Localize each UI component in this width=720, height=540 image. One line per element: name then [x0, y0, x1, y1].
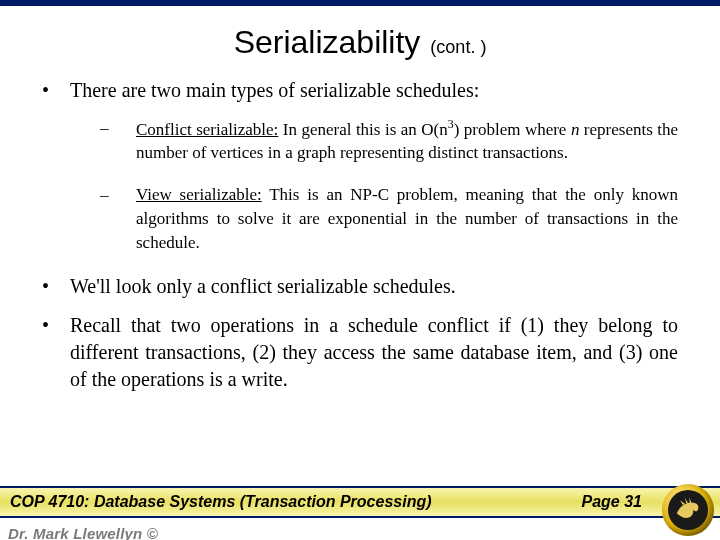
ucf-pegasus-logo — [662, 484, 714, 536]
bullet-item: • There are two main types of serializab… — [42, 77, 678, 104]
bullet-item: • We'll look only a conflict serializabl… — [42, 273, 678, 300]
slide-footer: COP 4710: Database Systems (Transaction … — [0, 484, 720, 540]
title-cont: (cont. ) — [430, 37, 486, 57]
sub-bullet-item: – View serializable: This is an NP-C pro… — [96, 183, 678, 254]
bullet-glyph: • — [42, 77, 70, 104]
footer-band: COP 4710: Database Systems (Transaction … — [0, 486, 720, 518]
sub-bullet-item: – Conflict serializable: In general this… — [96, 116, 678, 165]
footer-author: Dr. Mark Llewellyn © — [8, 525, 158, 540]
sub-bullet-text: Conflict serializable: In general this i… — [136, 116, 678, 165]
bullet-text: We'll look only a conflict serializable … — [70, 273, 678, 300]
term-conflict-serializable: Conflict serializable: — [136, 120, 278, 139]
title-main: Serializability — [234, 24, 421, 60]
slide: Serializability (cont. ) • There are two… — [0, 0, 720, 540]
bullet-text: There are two main types of serializable… — [70, 77, 678, 104]
footer-course: COP 4710: Database Systems (Transaction … — [10, 493, 582, 511]
bullet-glyph: • — [42, 312, 70, 393]
term-view-serializable: View serializable: — [136, 185, 262, 204]
text-fragment: In general this is an O(n — [278, 120, 447, 139]
logo-inner — [668, 490, 708, 530]
text-fragment: ) problem where — [454, 120, 571, 139]
sub-bullet-text: View serializable: This is an NP-C probl… — [136, 183, 678, 254]
footer-page: Page 31 — [582, 493, 642, 511]
slide-body: • There are two main types of serializab… — [0, 71, 720, 540]
dash-glyph: – — [96, 183, 136, 254]
bullet-glyph: • — [42, 273, 70, 300]
dash-glyph: – — [96, 116, 136, 165]
bullet-item: • Recall that two operations in a schedu… — [42, 312, 678, 393]
bullet-text: Recall that two operations in a schedule… — [70, 312, 678, 393]
pegasus-icon — [672, 494, 704, 526]
slide-title: Serializability (cont. ) — [0, 6, 720, 71]
